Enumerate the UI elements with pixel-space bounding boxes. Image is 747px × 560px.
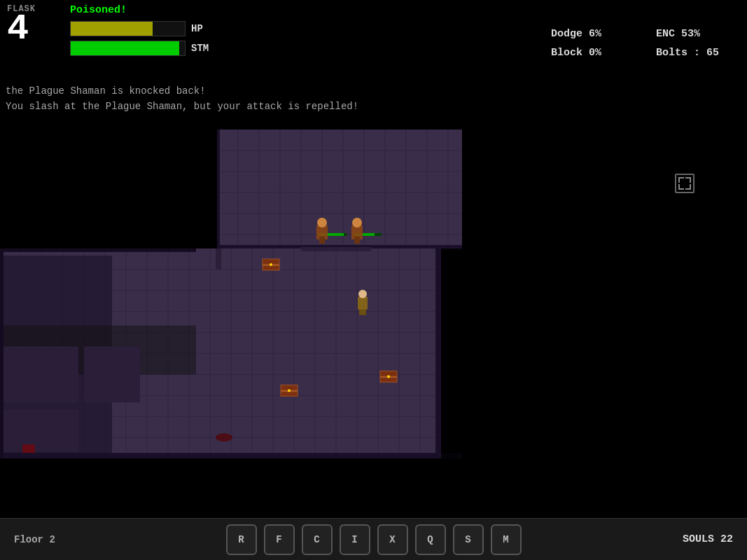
hud-stat-row-1: Dodge 6% ENC 53%	[551, 24, 733, 43]
svg-point-80	[270, 263, 272, 266]
svg-point-74	[288, 389, 291, 392]
action-btn-s[interactable]: S	[453, 524, 484, 555]
message-log: the Plague Shaman is knocked back! You s…	[0, 80, 364, 118]
action-btn-r[interactable]: R	[226, 524, 257, 555]
bolts-stat: Bolts : 65	[656, 43, 733, 62]
hp-bar-row: HP	[70, 21, 216, 36]
action-btn-i[interactable]: I	[340, 524, 370, 555]
poisoned-status: Poisoned!	[70, 4, 127, 16]
dungeon-map	[0, 130, 462, 458]
svg-point-64	[317, 218, 327, 227]
action-btn-m[interactable]: M	[491, 524, 522, 555]
svg-rect-68	[354, 237, 360, 244]
svg-rect-57	[0, 248, 4, 458]
svg-rect-84	[301, 247, 371, 251]
action-btn-x[interactable]: X	[377, 524, 408, 555]
svg-point-67	[352, 218, 362, 227]
svg-rect-55	[1, 410, 78, 451]
svg-rect-53	[435, 248, 441, 458]
stm-label: STM	[191, 43, 216, 54]
action-btn-q[interactable]: Q	[415, 524, 446, 555]
stats-bars: HP STM	[70, 21, 216, 56]
stm-bar-row: STM	[70, 41, 216, 56]
svg-rect-56	[84, 346, 140, 402]
block-stat: Block 0%	[551, 43, 628, 62]
svg-rect-58	[0, 248, 196, 252]
action-btn-c[interactable]: C	[302, 524, 333, 555]
svg-rect-86	[0, 130, 217, 248]
dodge-stat: Dodge 6%	[551, 24, 628, 43]
bottom-bar: Floor 2 RFCIXQSM SOULS 22	[0, 518, 747, 560]
target-reticle	[675, 174, 694, 193]
hp-bar-fill	[71, 22, 153, 36]
stm-bar-track	[70, 41, 186, 56]
svg-rect-54	[1, 346, 78, 402]
action-btn-f[interactable]: F	[264, 524, 295, 555]
svg-rect-52	[0, 453, 462, 458]
enc-stat: ENC 53%	[656, 24, 733, 43]
svg-rect-82	[22, 444, 35, 453]
flask-number: 4	[7, 11, 36, 48]
message-line-2: You slash at the Plague Shaman, but your…	[6, 99, 358, 114]
stm-bar-fill	[71, 41, 179, 55]
hp-label: HP	[191, 23, 216, 34]
hud-top-right: Dodge 6% ENC 53% Block 0% Bolts : 65	[551, 24, 733, 62]
action-buttons: RFCIXQSM	[226, 524, 522, 555]
souls-label: SOULS 22	[683, 533, 733, 545]
svg-point-77	[387, 375, 390, 378]
svg-point-81	[216, 433, 232, 442]
svg-rect-71	[359, 309, 366, 315]
game-canvas[interactable]	[0, 130, 462, 458]
hp-bar-track	[70, 21, 186, 36]
svg-rect-65	[319, 237, 325, 244]
svg-rect-1	[217, 130, 462, 248]
hud-stat-row-2: Block 0% Bolts : 65	[551, 43, 733, 62]
svg-point-70	[358, 290, 367, 298]
message-line-1: the Plague Shaman is knocked back!	[6, 83, 358, 99]
svg-rect-85	[441, 248, 462, 458]
floor-label: Floor 2	[14, 534, 55, 545]
svg-rect-69	[358, 297, 368, 309]
svg-rect-83	[216, 248, 221, 270]
hud-top-left: FLASK 4	[0, 0, 43, 52]
